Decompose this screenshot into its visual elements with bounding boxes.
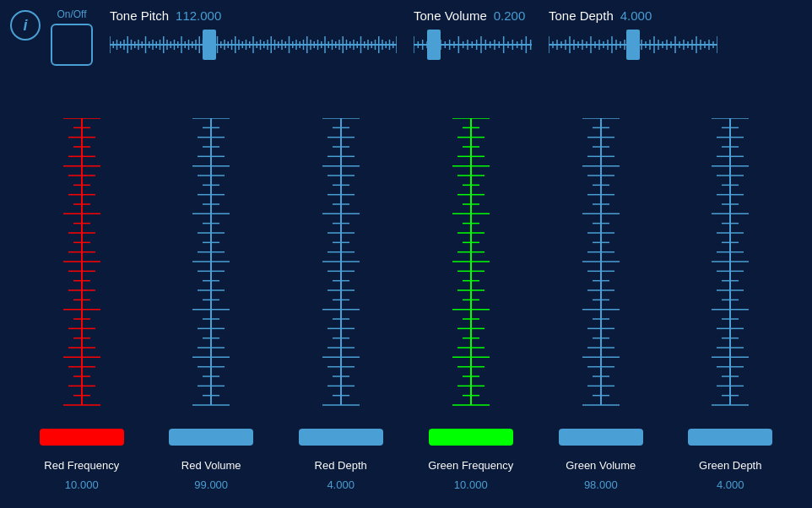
green-volume-comb: [563, 118, 639, 422]
green-depth-group: Green Depth 4.000: [688, 118, 772, 491]
tone-depth-slider[interactable]: [549, 28, 717, 62]
onoff-container: On/Off: [51, 8, 93, 66]
red-depth-value: 4.000: [327, 478, 355, 491]
red-depth-group: Red Depth 4.000: [299, 118, 383, 491]
tone-depth-group: Tone Depth 4.000: [549, 8, 717, 62]
red-volume-svg[interactable]: [173, 118, 249, 422]
green-depth-label: Green Depth: [699, 459, 761, 472]
red-frequency-group: Red Frequency 10.000: [40, 118, 124, 491]
green-frequency-comb: [433, 118, 509, 422]
tone-volume-label: Tone Volume: [414, 8, 487, 23]
tone-pitch-label: Tone Pitch: [110, 8, 169, 23]
green-frequency-label: Green Frequency: [428, 459, 513, 472]
green-depth-value: 4.000: [717, 478, 744, 491]
tone-pitch-value: 112.000: [176, 8, 221, 23]
info-icon-label: i: [23, 17, 27, 35]
green-depth-comb: [692, 118, 768, 422]
top-controls: Tone Pitch 112.000 // Generated via scri…: [110, 8, 804, 62]
red-volume-base: [169, 429, 253, 446]
green-frequency-base: [429, 429, 513, 446]
green-depth-svg[interactable]: [692, 118, 768, 422]
red-volume-group: Red Volume 99.000: [169, 118, 253, 491]
green-volume-svg[interactable]: [563, 118, 639, 422]
green-volume-base: [559, 429, 643, 446]
onoff-label: On/Off: [57, 8, 86, 20]
red-frequency-svg[interactable]: [44, 118, 120, 422]
tone-depth-track[interactable]: [549, 28, 717, 62]
onoff-button[interactable]: [51, 24, 93, 66]
tone-volume-handle[interactable]: [427, 30, 441, 60]
red-volume-comb: [173, 118, 249, 422]
red-depth-base: [299, 429, 383, 446]
tone-depth-handle[interactable]: [626, 30, 640, 60]
green-depth-base: [688, 429, 772, 446]
red-frequency-base: [40, 429, 124, 446]
tone-volume-group: Tone Volume 0.200: [414, 8, 532, 62]
tone-volume-value: 0.200: [494, 8, 526, 23]
tone-pitch-track[interactable]: // Generated via script below: [110, 28, 397, 62]
green-frequency-group: Green Frequency 10.000: [428, 118, 513, 491]
tone-depth-value: 4.000: [620, 8, 652, 23]
red-frequency-label: Red Frequency: [44, 459, 119, 472]
red-depth-comb: [303, 118, 379, 422]
bottom-sliders: Red Frequency 10.000 Red Volume 99.000 R…: [17, 118, 795, 491]
tone-pitch-handle[interactable]: [203, 30, 216, 60]
tone-volume-slider[interactable]: [414, 28, 532, 62]
green-volume-label: Green Volume: [566, 459, 636, 472]
tone-volume-header: Tone Volume 0.200: [414, 8, 525, 23]
red-depth-svg[interactable]: [303, 118, 379, 422]
tone-depth-header: Tone Depth 4.000: [549, 8, 652, 23]
info-icon[interactable]: i: [10, 10, 41, 41]
green-frequency-value: 10.000: [454, 478, 488, 491]
tone-pitch-slider[interactable]: // Generated via script below: [110, 28, 397, 62]
red-frequency-comb: [44, 118, 120, 422]
tone-depth-label: Tone Depth: [549, 8, 614, 23]
red-frequency-value: 10.000: [65, 478, 99, 491]
green-volume-group: Green Volume 98.000: [559, 118, 643, 491]
tone-volume-track[interactable]: [414, 28, 532, 62]
red-volume-label: Red Volume: [181, 459, 241, 472]
tone-pitch-header: Tone Pitch 112.000: [110, 8, 221, 23]
green-frequency-svg[interactable]: [433, 118, 509, 422]
tone-pitch-group: Tone Pitch 112.000 // Generated via scri…: [110, 8, 397, 62]
red-volume-value: 99.000: [194, 478, 228, 491]
green-volume-value: 98.000: [584, 478, 618, 491]
red-depth-label: Red Depth: [315, 459, 367, 472]
